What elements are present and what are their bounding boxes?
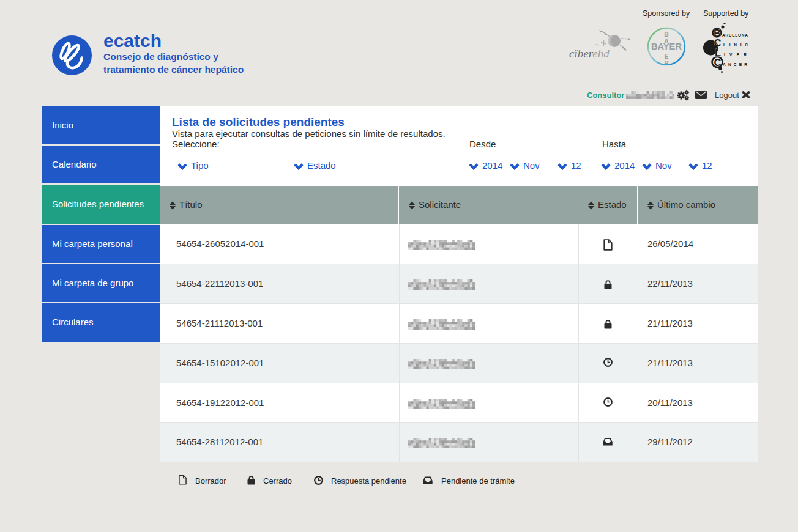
svg-text:C: C [714,57,722,68]
svg-text:LINIC: LINIC [723,43,748,47]
svg-text:IVER: IVER [724,53,747,57]
svg-text:ANCER: ANCER [723,62,747,67]
svg-text:R: R [664,59,669,67]
svg-text:ARCELONA: ARCELONA [722,33,748,37]
svg-text:A: A [664,37,669,45]
